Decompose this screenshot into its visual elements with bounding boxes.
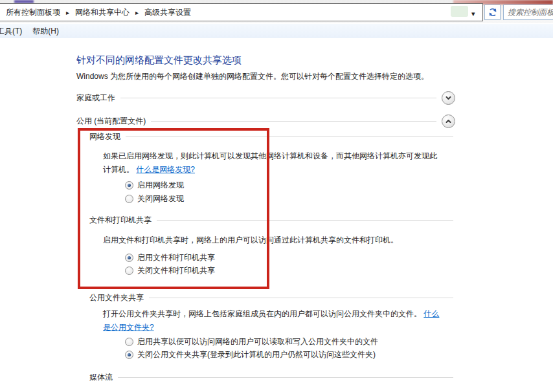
- profile-label: 公用 (当前配置文件): [76, 116, 146, 127]
- radio-enable-public-folder-sharing[interactable]: 启用共享以便可以访问网络的用户可以读取和写入公用文件夹中的文件: [125, 336, 378, 347]
- radio-label: 关闭文件和打印机共享: [137, 265, 215, 276]
- radio-label: 关闭网络发现: [137, 193, 184, 204]
- profile-row-home-or-work: 家庭或工作: [76, 91, 455, 105]
- breadcrumb-network-sharing-center[interactable]: 网络和共享中心: [73, 6, 131, 19]
- menu-bar: 工具(T) 帮助(H): [0, 24, 553, 38]
- page-title: 针对不同的网络配置文件更改共享选项: [76, 54, 242, 67]
- divider-line: [151, 121, 436, 122]
- radio-button-icon[interactable]: [125, 338, 133, 346]
- section-header-media-streaming: 媒体流: [89, 372, 453, 382]
- profile-row-public-current: 公用 (当前配置文件): [76, 114, 455, 128]
- expand-button[interactable]: [442, 91, 455, 105]
- section-header-network-discovery: 网络发现: [89, 131, 453, 142]
- description-text: 打开公用文件夹共享时，网络上包括家庭组成员在内的用户都可以访问公用文件夹中的文件…: [103, 309, 422, 318]
- address-bar[interactable]: 所有控制面板项 ▸ 网络和共享中心 ▸ 高级共享设置: [0, 3, 483, 21]
- collapse-button[interactable]: [442, 114, 455, 128]
- public-folder-description-line2: 是公用文件夹?: [103, 322, 154, 333]
- radio-button-icon[interactable]: [125, 195, 133, 203]
- radio-enable-file-printer-sharing[interactable]: 启用文件和打印机共享: [125, 252, 215, 263]
- section-header-file-printer-sharing: 文件和打印机共享: [89, 215, 453, 225]
- section-header-public-folder-sharing: 公用文件夹共享: [89, 292, 453, 303]
- section-label: 网络发现: [89, 131, 120, 142]
- radio-button-icon[interactable]: [125, 254, 133, 262]
- menu-item-help[interactable]: 帮助(H): [27, 25, 64, 38]
- radio-button-icon[interactable]: [125, 181, 133, 190]
- what-is-network-discovery-link[interactable]: 什么是网络发现?: [136, 165, 195, 174]
- chevron-up-icon: [445, 118, 452, 125]
- radio-disable-file-printer-sharing[interactable]: 关闭文件和打印机共享: [125, 265, 215, 276]
- advanced-sharing-settings-window: 所有控制面板项 ▸ 网络和共享中心 ▸ 高级共享设置 ▾ 搜索控制面板 工具(T…: [0, 0, 553, 392]
- radio-button-icon[interactable]: [125, 351, 133, 359]
- radio-disable-public-folder-sharing[interactable]: 关闭公用文件夹共享(登录到此计算机的用户仍然可以访问这些文件夹): [125, 349, 376, 360]
- what-is-public-folder-link[interactable]: 是公用文件夹?: [103, 323, 154, 332]
- section-label: 公用文件夹共享: [89, 292, 144, 303]
- description-text: 计算机。: [103, 165, 134, 174]
- breadcrumb-separator-icon: ▸: [131, 9, 142, 16]
- radio-button-icon[interactable]: [125, 267, 133, 275]
- radio-disable-network-discovery[interactable]: 关闭网络发现: [125, 193, 184, 204]
- refresh-icon: [488, 7, 498, 17]
- radio-enable-network-discovery[interactable]: 启用网络发现: [125, 180, 184, 191]
- address-bar-tint: [451, 6, 468, 17]
- divider-line: [149, 298, 453, 298]
- profile-label: 家庭或工作: [76, 93, 115, 103]
- network-discovery-description-line2: 计算机。 什么是网络发现?: [103, 164, 195, 175]
- menu-item-tools[interactable]: 工具(T): [0, 25, 27, 38]
- chevron-down-icon: [445, 94, 452, 102]
- breadcrumb-all-control-panel-items[interactable]: 所有控制面板项: [4, 6, 62, 19]
- divider-line: [126, 136, 453, 137]
- radio-label: 关闭公用文件夹共享(登录到此计算机的用户仍然可以访问这些文件夹): [137, 349, 376, 360]
- search-input[interactable]: 搜索控制面板: [503, 5, 553, 20]
- section-label: 文件和打印机共享: [89, 215, 152, 226]
- page-subtitle: Windows 为您所使用的每个网络创建单独的网络配置文件。您可以针对每个配置文…: [76, 71, 429, 82]
- network-discovery-description-line1: 如果已启用网络发现，则此计算机可以发现其他网络计算机和设备，而其他网络计算机亦可…: [103, 151, 437, 162]
- radio-label: 启用网络发现: [137, 180, 184, 191]
- breadcrumb-separator-icon: ▸: [62, 9, 73, 16]
- radio-label: 启用文件和打印机共享: [137, 252, 215, 263]
- divider-line: [120, 98, 436, 98]
- divider-line: [157, 220, 453, 221]
- search-placeholder: 搜索控制面板: [504, 7, 553, 18]
- section-label: 媒体流: [89, 372, 113, 383]
- public-folder-description-line1: 打开公用文件夹共享时，网络上包括家庭组成员在内的用户都可以访问公用文件夹中的文件…: [103, 309, 439, 320]
- refresh-button[interactable]: [484, 5, 501, 20]
- divider-line: [118, 377, 453, 378]
- file-printer-sharing-description: 启用文件和打印机共享时，网络上的用户可以访问通过此计算机共享的文件和打印机。: [103, 235, 398, 246]
- breadcrumb-advanced-sharing-settings[interactable]: 高级共享设置: [142, 6, 193, 19]
- radio-label: 启用共享以便可以访问网络的用户可以读取和写入公用文件夹中的文件: [137, 336, 378, 347]
- what-is-public-folder-link[interactable]: 什么: [423, 309, 439, 318]
